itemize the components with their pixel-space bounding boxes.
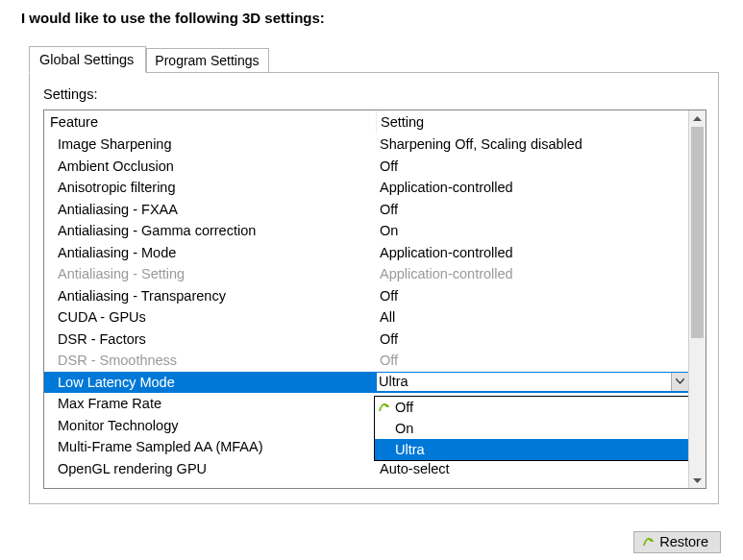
setting-dropdown-list[interactable]: Off On Ultra — [374, 396, 688, 461]
table-header-row: Feature Setting — [44, 110, 688, 134]
table-row[interactable]: Antialiasing - FXAA Off — [44, 199, 688, 221]
dropdown-option[interactable]: Off — [375, 397, 688, 418]
cell-feature: Antialiasing - FXAA — [44, 199, 376, 221]
scroll-thumb[interactable] — [691, 127, 704, 338]
cell-feature: Antialiasing - Transparency — [44, 285, 376, 307]
tab-global-settings[interactable]: Global Settings — [29, 46, 146, 73]
table-row[interactable]: Ambient Occlusion Off — [44, 156, 688, 178]
table-row[interactable]: DSR - Factors Off — [44, 329, 688, 351]
setting-dropdown-value: Ultra — [377, 373, 671, 391]
cell-feature: CUDA - GPUs — [44, 306, 376, 329]
table-row[interactable]: Antialiasing - Gamma correction On — [44, 220, 688, 242]
setting-dropdown[interactable]: Ultra — [376, 372, 688, 392]
cell-setting: Off — [376, 285, 688, 307]
scroll-down-icon[interactable] — [689, 472, 706, 488]
dropdown-option-label: On — [395, 418, 413, 439]
cell-feature: Antialiasing - Gamma correction — [44, 220, 376, 242]
cell-feature: DSR - Factors — [44, 329, 376, 351]
table-row[interactable]: CUDA - GPUs All — [44, 306, 688, 329]
cell-feature: Image Sharpening — [44, 134, 376, 156]
cell-feature: Ambient Occlusion — [44, 156, 376, 178]
cell-feature: Antialiasing - Setting — [44, 263, 376, 285]
chevron-down-icon[interactable] — [671, 373, 688, 391]
cell-feature: Anisotropic filtering — [44, 177, 376, 199]
spacer — [377, 424, 391, 433]
table-row[interactable]: Antialiasing - Mode Application-controll… — [44, 242, 688, 264]
cell-setting: Off — [376, 350, 688, 372]
cell-setting: Application-controlled — [376, 177, 688, 199]
scroll-track[interactable] — [689, 127, 706, 472]
table-row-selected[interactable]: Low Latency Mode Ultra — [44, 372, 688, 394]
cell-setting: Off — [376, 156, 688, 178]
nvidia-logo-icon — [642, 534, 655, 549]
cell-setting: Application-controlled — [376, 263, 688, 285]
cell-feature: Antialiasing - Mode — [44, 242, 376, 264]
restore-button-label: Restore — [659, 534, 708, 549]
tab-panel-global: Settings: Feature Setting Image Sharpeni… — [29, 72, 719, 504]
cell-feature: OpenGL rendering GPU — [44, 458, 376, 480]
dropdown-option-label: Ultra — [395, 439, 425, 460]
tab-program-settings[interactable]: Program Settings — [146, 48, 268, 72]
cell-feature: Multi-Frame Sampled AA (MFAA) — [44, 436, 376, 458]
table-row: DSR - Smoothness Off — [44, 350, 688, 372]
cell-feature: Low Latency Mode — [44, 372, 376, 394]
cell-feature: Max Frame Rate — [44, 393, 376, 415]
table-scrollbar[interactable] — [688, 110, 706, 488]
cell-setting: Off — [376, 199, 688, 221]
cell-setting: On — [376, 220, 688, 242]
table-row[interactable]: Anisotropic filtering Application-contro… — [44, 177, 688, 199]
nvidia-logo-icon — [377, 402, 391, 412]
settings-table: Feature Setting Image Sharpening Sharpen… — [43, 110, 706, 489]
dropdown-option-label: Off — [395, 397, 413, 418]
tab-strip: Global Settings Program Settings — [29, 45, 733, 72]
cell-feature: DSR - Smoothness — [44, 350, 376, 372]
dropdown-option[interactable]: On — [375, 418, 688, 439]
table-row[interactable]: Antialiasing - Transparency Off — [44, 285, 688, 307]
cell-setting: Application-controlled — [376, 242, 688, 264]
table-row[interactable]: Image Sharpening Sharpening Off, Scaling… — [44, 134, 688, 156]
scroll-up-icon[interactable] — [689, 110, 706, 127]
settings-label: Settings: — [43, 86, 705, 102]
spacer — [377, 445, 391, 454]
col-header-feature: Feature — [44, 110, 376, 134]
cell-setting: Off — [376, 329, 688, 351]
dropdown-option[interactable]: Ultra — [375, 439, 688, 460]
restore-button[interactable]: Restore — [633, 531, 721, 553]
cell-setting: All — [376, 306, 688, 329]
col-header-setting: Setting — [376, 110, 688, 134]
cell-feature: Monitor Technology — [44, 415, 376, 437]
table-row: Antialiasing - Setting Application-contr… — [44, 263, 688, 285]
cell-setting: Sharpening Off, Scaling disabled — [376, 134, 688, 156]
page-title: I would like to use the following 3D set… — [21, 10, 733, 26]
